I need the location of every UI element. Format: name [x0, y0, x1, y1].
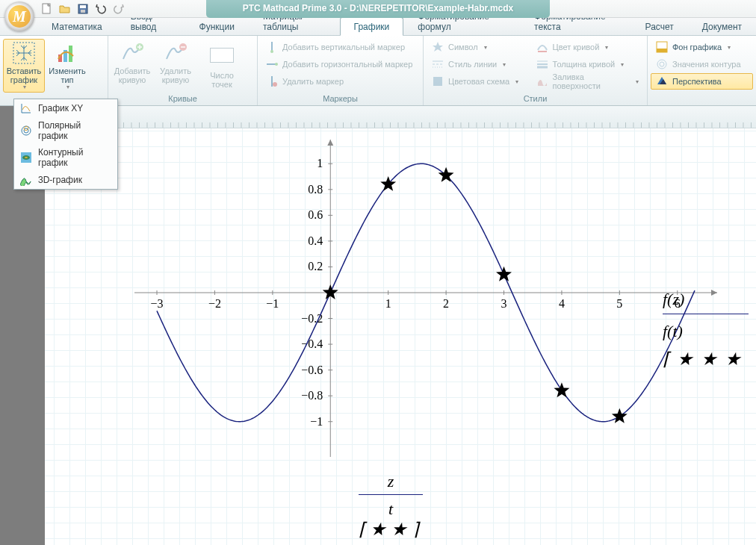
x-axis-labels[interactable]: z t ⌈★★⌉: [359, 472, 423, 540]
group-label-markers: Маркеры: [261, 93, 420, 105]
svg-marker-80: [612, 408, 628, 423]
legend-ft: f(t): [663, 317, 749, 346]
tab-document[interactable]: Документ: [688, 17, 756, 35]
svg-point-28: [22, 126, 31, 135]
redo-icon[interactable]: [113, 3, 125, 15]
dropdown-contour-plot[interactable]: Контурный график: [14, 144, 117, 171]
tab-calc[interactable]: Расчет: [631, 17, 688, 35]
dropdown-xy-plot[interactable]: График XY: [14, 99, 117, 117]
del-marker-button: Удалить маркер: [261, 73, 420, 90]
svg-rect-20: [538, 51, 547, 52]
symbol-icon: [432, 41, 444, 53]
line-style-button: Стиль линии▾: [427, 56, 530, 72]
insert-plot-label: Вставить график: [4, 66, 44, 84]
save-icon[interactable]: [77, 3, 89, 15]
add-curve-button: Добавить кривую: [111, 39, 153, 93]
xlabel-star-marker: ⌈★★⌉: [359, 519, 423, 540]
svg-marker-78: [496, 267, 512, 281]
symbol-button: Символ▾: [427, 39, 530, 55]
svg-text:−0.8: −0.8: [301, 389, 323, 402]
svg-text:0.6: 0.6: [308, 208, 323, 221]
xy-plot[interactable]: −3−2−1123456−1−0.8−0.6−0.4−0.20.20.40.60…: [127, 136, 710, 464]
remove-curve-button: Удалить кривую: [155, 39, 196, 93]
ruler: [45, 106, 756, 128]
remove-curve-label: Удалить кривую: [155, 66, 196, 84]
dropdown-polar-plot[interactable]: Полярный график: [14, 117, 117, 144]
svg-text:0.8: 0.8: [308, 183, 323, 196]
num-points-input: [210, 41, 234, 65]
thickness-button: Толщина кривой▾: [531, 56, 644, 72]
color-scheme-button: Цветовая схема▾: [427, 73, 530, 90]
svg-marker-79: [554, 382, 569, 397]
change-type-button[interactable]: Изменить тип ▾: [46, 39, 88, 93]
tab-functions[interactable]: Функции: [185, 17, 249, 35]
dropdown-3d-plot[interactable]: 3D-график: [14, 171, 117, 189]
perspective-button[interactable]: Перспектива: [651, 73, 753, 90]
num-points-label: Число точек: [199, 71, 245, 89]
svg-point-11: [270, 50, 273, 53]
insert-plot-button[interactable]: Вставить график ▾: [3, 39, 45, 93]
svg-rect-25: [657, 49, 667, 52]
perspective-icon: [656, 75, 668, 87]
group-label-curves: Кривые: [111, 93, 254, 105]
svg-text:2: 2: [443, 297, 449, 310]
legend-star-marker: ⌈★★★: [663, 349, 749, 370]
svg-point-13: [275, 63, 278, 66]
insert-plot-icon: [12, 41, 36, 65]
surface-icon: [536, 75, 548, 87]
xy-plot-icon: [20, 102, 32, 114]
add-hmarker-button: Добавить горизонтальный маркер: [261, 56, 420, 72]
svg-rect-2: [80, 5, 86, 8]
surface-fill-button: Заливка поверхности▾: [531, 73, 644, 90]
svg-text:1: 1: [317, 157, 323, 169]
svg-rect-3: [81, 10, 85, 13]
contour-vals-button: Значения контура: [651, 56, 753, 72]
add-curve-label: Добавить кривую: [112, 66, 152, 84]
change-type-icon: [55, 41, 79, 65]
undo-icon[interactable]: [95, 3, 107, 15]
line-color-icon: [536, 41, 548, 53]
ribbon: Вставить график ▾ Изменить тип ▾ . Добав…: [0, 36, 756, 106]
plot-bg-icon: [656, 41, 668, 53]
num-points-button: Число точек: [198, 39, 246, 93]
chevron-down-icon: ▾: [66, 84, 69, 91]
svg-text:−0.2: −0.2: [301, 312, 323, 325]
del-marker-icon: [266, 75, 278, 87]
svg-text:−1: −1: [310, 415, 323, 428]
add-vmarker-button: Добавить вертикальный маркер: [261, 39, 420, 55]
titlebar: PTC Mathcad Prime 3.0 - D:\NEREPETITOR\E…: [0, 0, 756, 18]
chevron-down-icon: ▾: [23, 84, 26, 91]
legend-fz: f(z): [663, 285, 749, 314]
xlabel-z: z: [359, 472, 423, 495]
color-scheme-icon: [432, 75, 444, 87]
svg-text:3: 3: [501, 297, 507, 310]
polar-plot-icon: [20, 125, 32, 137]
open-file-icon[interactable]: [59, 3, 71, 15]
plot-bg-button[interactable]: Фон графика▾: [651, 39, 753, 55]
svg-marker-77: [439, 167, 454, 182]
3d-plot-icon: [20, 174, 32, 186]
tab-plots[interactable]: Графики: [340, 17, 404, 36]
new-file-icon[interactable]: [41, 3, 53, 15]
add-curve-icon: [120, 41, 144, 65]
svg-point-15: [273, 82, 277, 87]
ribbon-tabstrip: Математика Ввод/вывод Функции Матрицы/та…: [0, 18, 756, 36]
contour-plot-icon: [20, 152, 32, 164]
window-title: PTC Mathcad Prime 3.0 - D:\NEREPETITOR\E…: [206, 0, 550, 18]
svg-point-26: [657, 60, 666, 69]
y-axis-labels[interactable]: f(z) f(t) ⌈★★★: [663, 285, 749, 370]
contour-icon: [656, 58, 668, 70]
svg-point-27: [660, 62, 664, 66]
svg-text:−3: −3: [150, 297, 163, 310]
tab-math[interactable]: Математика: [37, 17, 117, 35]
document-canvas[interactable]: −3−2−1123456−1−0.8−0.6−0.4−0.20.20.40.60…: [45, 106, 756, 545]
svg-text:0.2: 0.2: [308, 260, 323, 272]
hmarker-icon: [266, 58, 278, 70]
svg-rect-19: [433, 77, 442, 86]
group-label-styles: Стили: [427, 93, 644, 105]
line-style-icon: [432, 58, 444, 70]
svg-text:5: 5: [616, 297, 622, 310]
svg-point-32: [25, 157, 28, 158]
thickness-icon: [536, 58, 548, 70]
app-logo[interactable]: M: [4, 1, 34, 31]
